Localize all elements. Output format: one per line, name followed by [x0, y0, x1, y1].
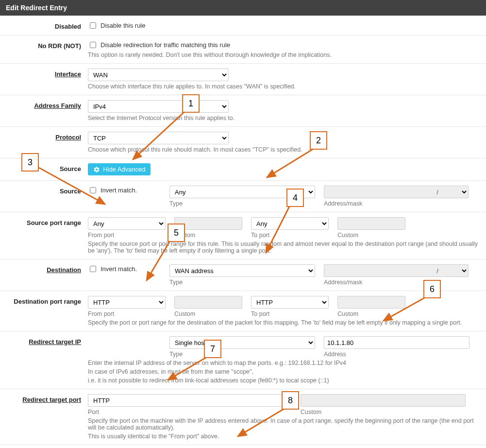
- label-redirect-ip: Redirect target IP: [6, 336, 81, 384]
- source-mask-sublabel: Address/mask: [324, 200, 469, 207]
- redirect-ip-help1: Enter the internal IP address of the ser…: [88, 360, 480, 366]
- callout-6: 6: [423, 280, 441, 298]
- row-addrfam: Address Family IPv4 Select the Internet …: [0, 95, 486, 126]
- callout-7: 7: [204, 340, 221, 358]
- row-interface: Interface WAN Choose which interface thi…: [0, 63, 486, 95]
- dest-mask-select[interactable]: [444, 264, 469, 277]
- redirect-ip-help2: In case of IPv6 addresses, in must be fr…: [88, 368, 480, 375]
- row-redirect-ip: Redirect target IP Single host Type Addr…: [0, 331, 486, 389]
- dest-slash: /: [431, 264, 444, 277]
- nordr-checkbox[interactable]: [90, 42, 96, 48]
- callout-2: 2: [310, 131, 327, 150]
- row-disabled: Disabled Disable this rule: [0, 16, 486, 35]
- label-source-button: Source: [6, 163, 81, 175]
- src-from-port-select[interactable]: Any: [88, 217, 166, 230]
- row-destination: Destination Invert match. WAN address Ty…: [0, 259, 486, 291]
- dest-invert-checkbox[interactable]: [90, 266, 96, 272]
- dst-from-custom-input[interactable]: [174, 296, 242, 309]
- redirect-port-sublabel: Port: [88, 409, 292, 415]
- dst-from-port-select[interactable]: HTTP: [88, 296, 166, 309]
- row-description: Description: [0, 445, 486, 448]
- label-src-port-range: Source port range: [6, 217, 81, 254]
- row-source: Source Invert match. Any Type /: [0, 180, 486, 212]
- disabled-checkbox[interactable]: [90, 22, 96, 29]
- src-to-custom-sublabel: Custom: [337, 232, 405, 239]
- redirect-port-help2: This is usually identical to the "From p…: [88, 433, 480, 440]
- interface-help: Choose which interface this rule applies…: [88, 83, 480, 90]
- protocol-select[interactable]: TCP: [88, 132, 229, 144]
- dst-port-range-help: Specify the port or port range for the d…: [88, 319, 480, 326]
- src-to-custom-input[interactable]: [337, 217, 405, 230]
- addrfam-help: Select the Internet Protocol version thi…: [88, 115, 480, 121]
- label-source: Source: [6, 186, 81, 207]
- dest-type-select[interactable]: WAN address: [169, 264, 315, 277]
- label-destination: Destination: [6, 264, 81, 286]
- label-addrfam: Address Family: [6, 100, 81, 121]
- redirect-port-help1: Specify the port on the machine with the…: [88, 417, 480, 431]
- dest-type-sublabel: Type: [169, 279, 315, 286]
- row-nordr: No RDR (NOT) Disable redirection for tra…: [0, 35, 486, 63]
- callout-8: 8: [282, 391, 299, 410]
- redirect-ip-type-sublabel: Type: [169, 351, 315, 358]
- redirect-port-select[interactable]: HTTP: [88, 394, 292, 407]
- row-src-port-range: Source port range Any From port Custom A…: [0, 212, 486, 259]
- callout-1: 1: [182, 94, 200, 113]
- source-mask-select[interactable]: [444, 186, 469, 198]
- dest-mask-sublabel: Address/mask: [324, 279, 469, 286]
- row-redirect-port: Redirect target port HTTP Port Custom Sp…: [0, 389, 486, 445]
- dst-to-port-sublabel: To port: [251, 310, 329, 317]
- callout-3: 3: [21, 153, 39, 172]
- dst-to-custom-sublabel: Custom: [337, 310, 405, 317]
- callout-5: 5: [168, 224, 185, 242]
- dst-from-port-sublabel: From port: [88, 310, 166, 317]
- dst-from-custom-sublabel: Custom: [174, 310, 242, 317]
- dst-to-custom-input[interactable]: [337, 296, 405, 309]
- label-nordr: No RDR (NOT): [6, 40, 81, 58]
- redirect-ip-address-input[interactable]: [324, 336, 469, 349]
- dest-address-input[interactable]: [324, 264, 431, 277]
- hide-advanced-label: Hide Advanced: [103, 166, 145, 173]
- protocol-help: Choose which protocol this rule should m…: [88, 146, 480, 153]
- dst-to-port-select[interactable]: HTTP: [251, 296, 329, 309]
- src-port-range-help: Specify the source port or port range fo…: [88, 241, 480, 254]
- src-from-port-sublabel: From port: [88, 232, 166, 239]
- row-dst-port-range: Destination port range HTTP From port Cu…: [0, 291, 486, 331]
- redirect-ip-address-sublabel: Address: [324, 351, 469, 358]
- dest-invert-label: Invert match.: [101, 265, 137, 273]
- gear-icon: [93, 166, 100, 173]
- addrfam-select[interactable]: IPv4: [88, 100, 229, 113]
- redirect-port-custom-input[interactable]: [301, 394, 466, 407]
- label-redirect-port: Redirect target port: [6, 394, 81, 440]
- hide-advanced-button[interactable]: Hide Advanced: [88, 163, 151, 175]
- redirect-port-custom-sublabel: Custom: [301, 409, 466, 415]
- source-invert-checkbox[interactable]: [90, 187, 96, 193]
- nordr-checkbox-label: Disable redirection for traffic matching…: [101, 41, 230, 49]
- row-protocol: Protocol TCP Choose which protocol this …: [0, 126, 486, 158]
- src-to-port-select[interactable]: Any: [251, 217, 329, 230]
- redirect-ip-help3: i.e. it is not possible to redirect from…: [88, 377, 480, 384]
- panel-title: Edit Redirect Entry: [0, 0, 486, 16]
- label-dst-port-range: Destination port range: [6, 296, 81, 326]
- disabled-checkbox-label: Disable this rule: [101, 22, 146, 29]
- src-to-port-sublabel: To port: [251, 232, 329, 239]
- redirect-ip-type-select[interactable]: Single host: [169, 336, 315, 349]
- source-invert-label: Invert match.: [101, 187, 137, 194]
- source-slash: /: [431, 186, 444, 198]
- label-disabled: Disabled: [6, 21, 81, 30]
- callout-4: 4: [286, 189, 304, 207]
- label-interface: Interface: [6, 69, 81, 90]
- row-source-button: Source Hide Advanced: [0, 158, 486, 180]
- nordr-help: This option is rarely needed. Don't use …: [88, 52, 480, 58]
- interface-select[interactable]: WAN: [88, 69, 229, 81]
- source-address-input[interactable]: [324, 186, 431, 198]
- label-protocol: Protocol: [6, 132, 81, 153]
